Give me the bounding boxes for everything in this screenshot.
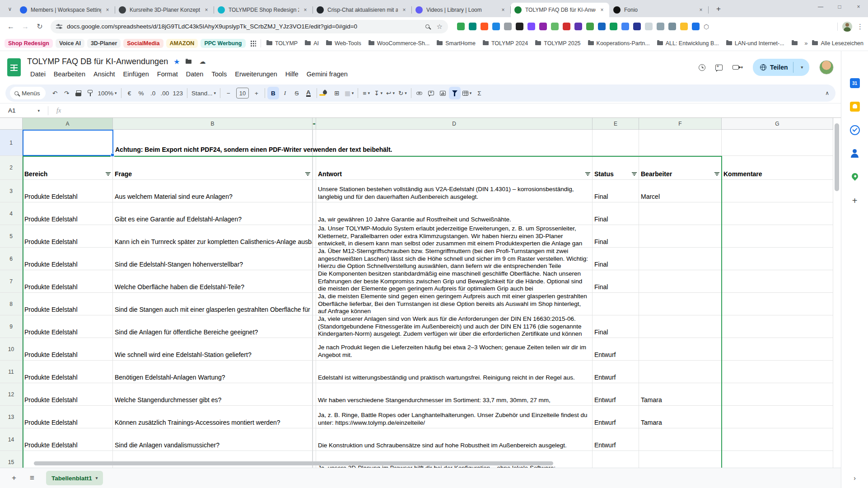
row-header-9[interactable]: 9 xyxy=(0,315,23,338)
extension-icon[interactable] xyxy=(657,23,664,30)
cell-bereich-9[interactable]: Produkte Edelstahl xyxy=(23,315,113,338)
cell-bereich-6[interactable]: Produkte Edelstahl xyxy=(23,248,113,270)
bookmark-folder[interactable]: Web-Tools xyxy=(326,40,361,47)
column-header-D[interactable]: D xyxy=(316,118,593,130)
comments-icon[interactable] xyxy=(715,65,723,70)
column-header-G[interactable]: G xyxy=(722,118,833,130)
column-header-E[interactable]: E xyxy=(593,118,639,130)
cell-frage-9[interactable]: Sind die Anlagen für öffentliche Bereich… xyxy=(113,315,313,338)
close-button[interactable]: × xyxy=(849,0,868,14)
cell-bereich-8[interactable]: Produkte Edelstahl xyxy=(23,293,113,315)
tab-close-icon[interactable]: × xyxy=(697,6,705,14)
browser-tab[interactable]: Kursreihe 3D-Planer Konzept× xyxy=(115,3,214,17)
cell-frage-3[interactable]: Aus welchem Material sind eure Anlagen? xyxy=(113,180,313,202)
side-panel-collapse-icon[interactable]: › xyxy=(841,474,868,482)
header-cell-bereich[interactable]: Bereich xyxy=(23,156,113,180)
cell-hidden-3[interactable] xyxy=(313,180,316,202)
functions-button[interactable]: Σ xyxy=(473,87,485,99)
cell-bereich-11[interactable]: Produkte Edelstahl xyxy=(23,361,113,383)
row-header-2[interactable]: 2 xyxy=(0,156,23,180)
bookmark-folder[interactable]: ALL: Entwicklung B... xyxy=(657,40,719,47)
cell-e1[interactable] xyxy=(593,130,639,156)
cell-kommentare-9[interactable] xyxy=(722,315,833,338)
extension-icon[interactable] xyxy=(610,23,617,30)
cell-bearbeiter-11[interactable] xyxy=(639,361,722,383)
formula-input[interactable] xyxy=(61,103,841,117)
cell-status-6[interactable]: Final xyxy=(593,248,639,270)
menu-gemini-fragen[interactable]: Gemini fragen xyxy=(303,70,351,79)
extension-icon[interactable] xyxy=(574,23,582,30)
cell-hidden-11[interactable] xyxy=(313,361,316,383)
tasks-icon[interactable] xyxy=(850,125,860,135)
cell-d1[interactable] xyxy=(316,130,593,156)
keep-icon[interactable] xyxy=(850,102,860,112)
cell-f1[interactable] xyxy=(639,130,722,156)
italic-button[interactable]: I xyxy=(279,87,291,99)
cell-hidden-4[interactable] xyxy=(313,202,316,225)
extension-icon[interactable] xyxy=(516,23,523,30)
sheet-tab-tabellenblatt1[interactable]: Tabellenblatt1 ▾ xyxy=(46,471,103,485)
cell-bearbeiter-10[interactable] xyxy=(639,338,722,361)
cell-bearbeiter-14[interactable] xyxy=(639,428,722,451)
cell-bearbeiter-12[interactable]: Tamara xyxy=(639,383,722,406)
format-percent-button[interactable]: % xyxy=(135,87,147,99)
cell-frage-11[interactable]: Benötigen Edelstahl-Anlagen Wartung? xyxy=(113,361,313,383)
column-header-B[interactable]: B xyxy=(113,118,313,130)
bookmark-folder[interactable]: TOLYMP xyxy=(266,40,298,47)
extension-icon[interactable] xyxy=(563,23,570,30)
cell-bereich-13[interactable]: Produkte Edelstahl xyxy=(23,406,113,428)
extension-icon[interactable] xyxy=(621,23,629,30)
row-header-13[interactable]: 13 xyxy=(0,406,23,428)
site-settings-icon[interactable] xyxy=(56,24,62,29)
extension-icon[interactable] xyxy=(586,23,594,30)
paint-format-button[interactable] xyxy=(84,87,96,99)
meet-button[interactable]: ▾ xyxy=(733,65,743,70)
browser-profile-avatar[interactable] xyxy=(842,22,852,32)
all-bookmarks-button[interactable]: Alle Lesezeichen xyxy=(812,40,863,47)
cell-kommentare-11[interactable] xyxy=(722,361,833,383)
row-header-5[interactable]: 5 xyxy=(0,225,23,248)
row-header-4[interactable]: 4 xyxy=(0,202,23,225)
cell-status-11[interactable]: Entwurf xyxy=(593,361,639,383)
header-cell-bearbeiter[interactable]: Bearbeiter xyxy=(639,156,722,180)
cell-hidden-14[interactable] xyxy=(313,428,316,451)
share-caret-icon[interactable]: ▾ xyxy=(797,65,807,70)
cell-status-10[interactable]: Entwurf xyxy=(593,338,639,361)
cell-antwort-10[interactable]: Je nach Produkt liegen die Lieferzeiten … xyxy=(316,338,593,361)
browser-tab[interactable]: Fonio× xyxy=(610,3,708,17)
cell-bearbeiter-3[interactable]: Marcel xyxy=(639,180,722,202)
cell-antwort-13[interactable]: Ja, z. B. Ringe, Battle Ropes oder Langh… xyxy=(316,406,593,428)
cell-status-8[interactable] xyxy=(593,293,639,315)
extension-icon[interactable] xyxy=(504,23,512,30)
sheets-logo-icon[interactable] xyxy=(7,58,21,76)
horizontal-align-button[interactable]: ≡▾ xyxy=(360,87,372,99)
header-cell-antwort[interactable]: Antwort xyxy=(316,156,593,180)
bookmark-folder[interactable]: WooCommerce-Sh... xyxy=(369,40,429,47)
extension-icon[interactable] xyxy=(457,23,465,30)
maximize-button[interactable]: □ xyxy=(830,0,849,14)
tab-close-icon[interactable]: × xyxy=(401,6,408,14)
header-cell-status[interactable]: Status xyxy=(593,156,639,180)
vertical-align-button[interactable]: ↧▾ xyxy=(372,87,384,99)
row-header-1[interactable]: 1 xyxy=(0,130,23,156)
menu-daten[interactable]: Daten xyxy=(183,70,207,79)
font-size-increase-button[interactable]: + xyxy=(251,87,262,99)
extension-icon[interactable] xyxy=(633,23,641,30)
contacts-icon[interactable] xyxy=(850,149,860,159)
sheet-tab-menu-icon[interactable]: ▾ xyxy=(96,476,98,480)
grid-corner[interactable] xyxy=(0,118,23,130)
cell-bearbeiter-9[interactable] xyxy=(639,315,722,338)
cell-kommentare-14[interactable] xyxy=(722,428,833,451)
cell-frage-14[interactable]: Sind die Anlagen vandalismussicher? xyxy=(113,428,313,451)
cell-kommentare-7[interactable] xyxy=(722,270,833,293)
extension-icon[interactable] xyxy=(680,23,688,30)
strikethrough-button[interactable]: S xyxy=(291,87,303,99)
url-bar[interactable]: docs.google.com/spreadsheets/d/18jG9TLdC… xyxy=(51,20,448,33)
cell-antwort-12[interactable]: Wir haben verschiedene Stangendurchmesse… xyxy=(316,383,593,406)
text-color-button[interactable]: A xyxy=(303,87,314,99)
text-wrap-button[interactable]: ↩▾ xyxy=(384,87,397,99)
bookmark-folder[interactable]: TOLYMP 2025 xyxy=(535,40,580,47)
column-header-A[interactable]: A xyxy=(23,118,113,130)
menu-hilfe[interactable]: Hilfe xyxy=(282,70,302,79)
cell-hid1[interactable] xyxy=(313,130,316,156)
